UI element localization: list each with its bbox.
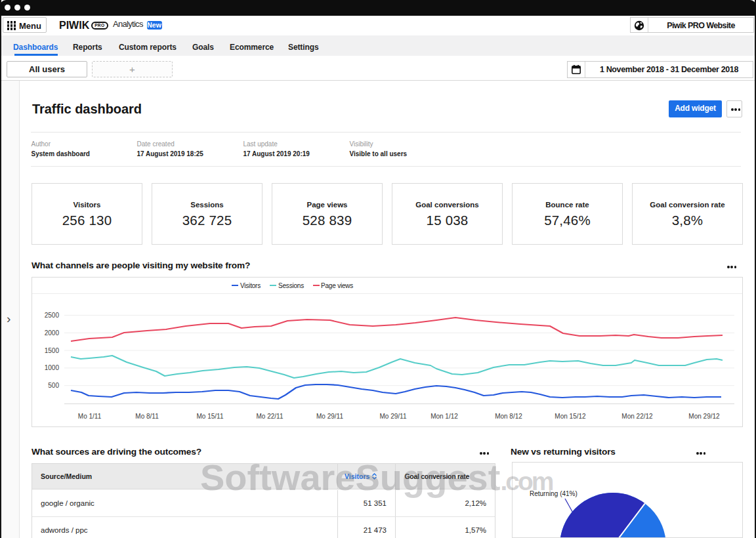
svg-text:Mon 15/12: Mon 15/12 xyxy=(555,413,586,420)
svg-text:1000: 1000 xyxy=(45,364,60,371)
svg-text:Mo 15/11: Mo 15/11 xyxy=(197,413,224,420)
svg-text:1500: 1500 xyxy=(45,347,60,354)
svg-text:Mon 29/12: Mon 29/12 xyxy=(688,413,720,420)
svg-text:Mo 29/11: Mo 29/11 xyxy=(380,413,407,420)
svg-text:Mo 29/11: Mo 29/11 xyxy=(316,413,343,420)
svg-text:500: 500 xyxy=(48,382,59,389)
svg-text:Mo 22/11: Mo 22/11 xyxy=(257,413,284,420)
svg-text:Mon 8/12: Mon 8/12 xyxy=(495,413,522,420)
svg-text:Returning (41%): Returning (41%) xyxy=(530,490,578,497)
svg-text:Mo 1/11: Mo 1/11 xyxy=(78,413,102,420)
svg-text:Mon 22/12: Mon 22/12 xyxy=(621,413,653,420)
svg-text:2500: 2500 xyxy=(45,312,60,319)
svg-text:Mo 8/11: Mo 8/11 xyxy=(135,413,159,420)
svg-text:Mon 1/12: Mon 1/12 xyxy=(430,413,458,420)
svg-text:2000: 2000 xyxy=(45,329,60,337)
